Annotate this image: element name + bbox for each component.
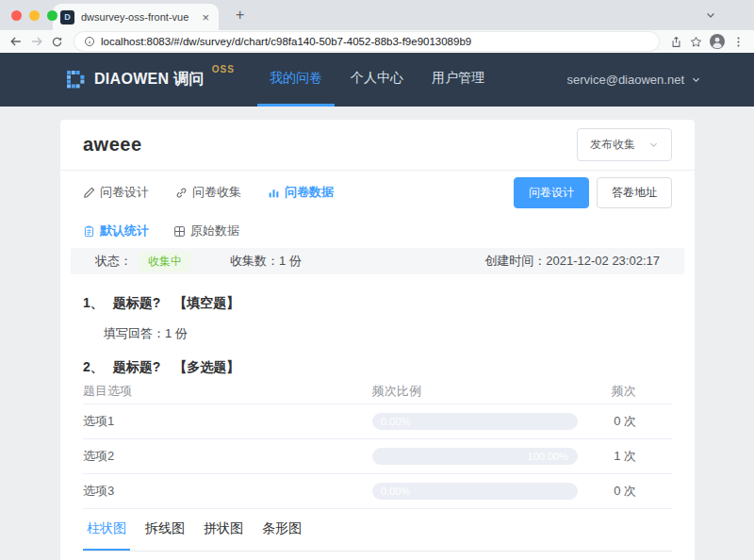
address-bar[interactable]: localhost:8083/#/dw/survey/d/chart/c98fa…: [74, 32, 659, 51]
survey-card: aweee 发布收集 问卷设计: [60, 120, 695, 560]
chevron-down-icon: [691, 74, 701, 85]
nav-item-personal-center[interactable]: 个人中心: [338, 53, 416, 107]
bar-chart-icon: [268, 187, 280, 199]
share-icon[interactable]: [670, 36, 682, 48]
grid-table-icon: [173, 225, 186, 238]
browser-tab[interactable]: D dwsurvey-oss-front-vue ×: [53, 4, 219, 30]
count-value: 1 次: [578, 448, 672, 465]
question-1-title: 1、 题标题? 【填空题】: [83, 293, 672, 312]
survey-tabs: 问卷设计 问卷收集 问卷数据: [83, 184, 334, 201]
chart-tab-pie[interactable]: 拼状图: [200, 515, 247, 551]
app-header: DIAOWEN 调问 OSS 我的问卷 个人中心 用户管理 service@di…: [0, 53, 754, 107]
brand[interactable]: DIAOWEN 调问 OSS: [66, 53, 235, 107]
brand-badge: OSS: [212, 64, 235, 74]
tab-survey-collect[interactable]: 问卷收集: [175, 184, 241, 201]
status-bar: 状态： 收集中 收集数：1 份 创建时间：2021-12-02 23:02:17: [71, 248, 684, 274]
brand-name: DIAOWEN 调问: [94, 70, 205, 90]
tab-label: 问卷数据: [285, 184, 334, 201]
publish-collect-dropdown[interactable]: 发布收集: [577, 128, 672, 161]
pencil-icon: [83, 187, 95, 199]
question-type: 【多选题】: [173, 357, 239, 376]
count-value: 0 次: [578, 483, 672, 500]
option-label: 选项1: [83, 413, 372, 430]
survey-tabs-row: 问卷设计 问卷收集 问卷数据: [83, 171, 672, 214]
chart-tab-bar[interactable]: 柱状图: [83, 515, 130, 551]
answer-url-button[interactable]: 答卷地址: [597, 177, 672, 208]
main-nav: 我的问卷 个人中心 用户管理: [255, 53, 499, 107]
clipboard-icon: [83, 225, 95, 238]
nav-item-user-management[interactable]: 用户管理: [419, 53, 497, 107]
option-label: 选项3: [83, 483, 372, 500]
nav-item-my-surveys[interactable]: 我的问卷: [257, 53, 335, 107]
tab-survey-data[interactable]: 问卷数据: [268, 184, 334, 201]
window-controls: [11, 10, 57, 21]
browser-tab-strip: D dwsurvey-oss-front-vue × +: [0, 0, 754, 30]
collect-count: 收集数：1 份: [230, 253, 302, 270]
col-percent: 频次比例: [372, 383, 578, 400]
percent-label: 0.00%: [381, 486, 410, 497]
percent-label: 0.00%: [381, 416, 410, 427]
tab-close-icon[interactable]: ×: [200, 10, 211, 25]
tab-label: 问卷设计: [100, 184, 149, 201]
frequency-bar: 0.00%: [372, 413, 578, 430]
site-info-icon[interactable]: [84, 36, 95, 47]
subtab-default-stats[interactable]: 默认统计: [83, 222, 149, 239]
back-button[interactable]: [9, 35, 23, 48]
survey-actions: 问卷设计 答卷地址: [514, 177, 672, 208]
question-type: 【填空题】: [173, 293, 239, 312]
url-text: localhost:8083/#/dw/survey/d/chart/c98fa…: [101, 36, 471, 47]
status-label: 状态：: [95, 253, 132, 270]
zoom-window-button[interactable]: [47, 10, 57, 21]
table-row: 选项3 0.00% 0 次: [83, 474, 672, 509]
minimize-window-button[interactable]: [29, 10, 40, 21]
reload-button[interactable]: [51, 36, 63, 48]
browser-menu-icon[interactable]: [732, 36, 745, 48]
survey-title: aweee: [83, 134, 142, 156]
profile-avatar[interactable]: [710, 34, 725, 49]
tab-label: 问卷收集: [192, 184, 241, 201]
new-tab-button[interactable]: +: [228, 4, 252, 30]
survey-title-row: aweee 发布收集: [60, 120, 695, 171]
forward-button[interactable]: [30, 35, 43, 48]
col-option: 题目选项: [83, 383, 372, 400]
account-email: service@diaowen.net: [567, 73, 684, 87]
frequency-bar: 100.00%: [372, 448, 578, 465]
browser-toolbar: localhost:8083/#/dw/survey/d/chart/c98fa…: [0, 30, 754, 53]
tab-survey-design[interactable]: 问卷设计: [83, 184, 149, 201]
table-row: 选项1 0.00% 0 次: [83, 404, 672, 439]
col-count: 频次: [578, 383, 672, 400]
diaowen-logo-icon: [66, 70, 87, 91]
subtab-label: 原始数据: [190, 222, 239, 239]
count-value: 0 次: [578, 413, 672, 430]
link-icon: [175, 187, 188, 199]
table-row: 选项2 100.00% 1 次: [83, 439, 672, 474]
publish-collect-label: 发布收集: [590, 137, 635, 153]
subtab-raw-data[interactable]: 原始数据: [173, 222, 239, 239]
browser-window: D dwsurvey-oss-front-vue × + localhost:8…: [0, 0, 754, 560]
page-body: aweee 发布收集 问卷设计: [0, 107, 754, 560]
chevron-down-icon: [648, 140, 659, 150]
tab-title: dwsurvey-oss-front-vue: [81, 11, 193, 23]
bookmark-star-icon[interactable]: [690, 36, 702, 48]
frequency-bar: 0.00%: [372, 483, 578, 500]
chevron-down-icon[interactable]: [705, 9, 716, 21]
percent-label: 100.00%: [528, 451, 568, 462]
question-number: 2、: [83, 357, 104, 376]
status-badge: 收集中: [139, 252, 190, 272]
close-window-button[interactable]: [11, 10, 22, 21]
chart-tab-line[interactable]: 拆线图: [141, 515, 188, 551]
question-number: 1、: [83, 293, 104, 312]
question-2-title: 2、 题标题? 【多选题】: [83, 357, 672, 376]
option-label: 选项2: [83, 448, 372, 465]
question-text: 题标题?: [113, 293, 161, 312]
site-favicon: D: [60, 10, 74, 25]
question-1-answer: 填写回答：1 份: [104, 325, 672, 342]
subtab-label: 默认统计: [100, 222, 149, 239]
account-menu[interactable]: service@diaowen.net: [567, 53, 701, 107]
survey-design-button[interactable]: 问卷设计: [514, 177, 589, 208]
created-time: 创建时间：2021-12-02 23:02:17: [484, 253, 660, 270]
option-stats-table: 题目选项 频次比例 频次 选项1 0.00% 0 次 选项2: [83, 378, 672, 509]
chart-tab-horizontal-bar[interactable]: 条形图: [258, 515, 305, 551]
stats-header-row: 题目选项 频次比例 频次: [83, 378, 672, 404]
chart-type-tabs: 柱状图 拆线图 拼状图 条形图: [83, 515, 672, 552]
